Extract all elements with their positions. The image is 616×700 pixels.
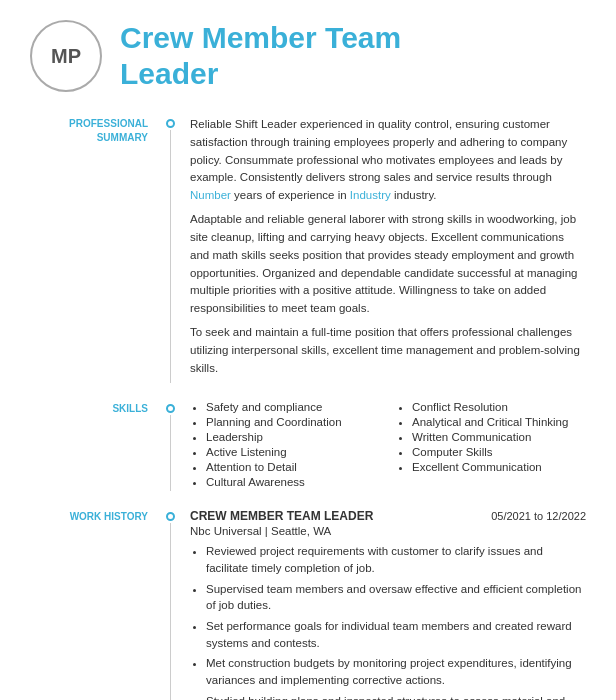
job-title: CREW MEMBER TEAM LEADER <box>190 509 373 523</box>
skills-col-2: Conflict Resolution Analytical and Criti… <box>396 401 586 491</box>
skill-item: Planning and Coordination <box>206 416 380 428</box>
avatar-initials: MP <box>51 45 81 68</box>
summary-label: PROFESSIONAL SUMMARY <box>30 117 148 145</box>
skills-col-1: Safety and compliance Planning and Coord… <box>190 401 380 491</box>
work-history-label-col: WORK HISTORY <box>30 509 160 700</box>
summary-content: Reliable Shift Leader experienced in qua… <box>180 116 586 383</box>
skill-item: Conflict Resolution <box>412 401 586 413</box>
job-title-row: CREW MEMBER TEAM LEADER 05/2021 to 12/20… <box>190 509 586 523</box>
job-company: Nbc Universal | Seattle, WA <box>190 525 586 537</box>
job-duties-list: Reviewed project requirements with custo… <box>190 543 586 700</box>
skill-item: Analytical and Critical Thinking <box>412 416 586 428</box>
skill-item: Cultural Awareness <box>206 476 380 488</box>
number-link: Number <box>190 189 231 201</box>
summary-para-2: Adaptable and reliable general laborer w… <box>190 211 586 318</box>
summary-section: PROFESSIONAL SUMMARY Reliable Shift Lead… <box>30 116 586 383</box>
title-line2: Leader <box>120 57 218 90</box>
skill-item: Leadership <box>206 431 380 443</box>
work-history-dot <box>166 512 175 521</box>
summary-para-1: Reliable Shift Leader experienced in qua… <box>190 116 586 205</box>
industry-link: Industry <box>350 189 391 201</box>
work-history-section: WORK HISTORY CREW MEMBER TEAM LEADER 05/… <box>30 509 586 700</box>
job-duty: Supervised team members and oversaw effe… <box>206 581 586 614</box>
header-section: MP Crew Member Team Leader <box>30 20 586 92</box>
skill-item: Safety and compliance <box>206 401 380 413</box>
work-history-dot-col <box>160 509 180 700</box>
skills-grid: Safety and compliance Planning and Coord… <box>190 401 586 491</box>
summary-para-3: To seek and maintain a full-time positio… <box>190 324 586 377</box>
summary-dot <box>166 119 175 128</box>
skills-section: SKILLS Safety and compliance Planning an… <box>30 401 586 491</box>
work-history-content: CREW MEMBER TEAM LEADER 05/2021 to 12/20… <box>180 509 586 700</box>
job-duty: Met construction budgets by monitoring p… <box>206 655 586 688</box>
job-duty: Studied building plans and inspected str… <box>206 693 586 700</box>
summary-dot-line <box>170 130 171 383</box>
title-line1: Crew Member Team <box>120 21 401 54</box>
skill-item: Attention to Detail <box>206 461 380 473</box>
skills-list-2: Conflict Resolution Analytical and Criti… <box>396 401 586 473</box>
skills-dot-col <box>160 401 180 491</box>
job-dates: 05/2021 to 12/2022 <box>491 510 586 522</box>
skill-item: Computer Skills <box>412 446 586 458</box>
summary-label-col: PROFESSIONAL SUMMARY <box>30 116 160 383</box>
skills-dot <box>166 404 175 413</box>
skills-label-col: SKILLS <box>30 401 160 491</box>
skill-item: Excellent Communication <box>412 461 586 473</box>
work-history-label: WORK HISTORY <box>30 510 148 524</box>
work-history-dot-line <box>170 523 171 700</box>
job-duty: Reviewed project requirements with custo… <box>206 543 586 576</box>
summary-dot-col <box>160 116 180 383</box>
avatar: MP <box>30 20 102 92</box>
job-duty: Set performance goals for individual tea… <box>206 618 586 651</box>
skills-content: Safety and compliance Planning and Coord… <box>180 401 586 491</box>
skills-dot-line <box>170 415 171 491</box>
skill-item: Active Listening <box>206 446 380 458</box>
skills-list-1: Safety and compliance Planning and Coord… <box>190 401 380 488</box>
summary-text: Reliable Shift Leader experienced in qua… <box>190 116 586 377</box>
skills-label: SKILLS <box>30 402 148 416</box>
page-title: Crew Member Team Leader <box>120 20 401 92</box>
skill-item: Written Communication <box>412 431 586 443</box>
